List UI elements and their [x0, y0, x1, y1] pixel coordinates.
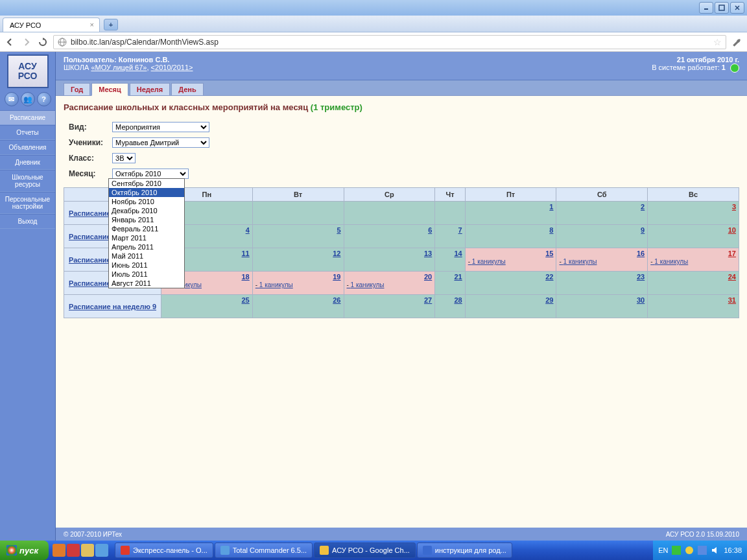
calendar-cell[interactable]: 13	[344, 248, 435, 272]
month-option[interactable]: Октябрь 2010	[109, 188, 184, 197]
month-option[interactable]: Февраль 2011	[109, 224, 184, 233]
calendar-cell[interactable]: 24	[648, 272, 739, 295]
event-link[interactable]: 1 каникулы	[347, 281, 385, 288]
month-option[interactable]: Июль 2011	[109, 270, 184, 279]
week-link[interactable]: Расписание на неделю 9	[69, 303, 156, 310]
event-link[interactable]: 1 каникулы	[559, 258, 597, 265]
month-option[interactable]: Март 2011	[109, 233, 184, 242]
calendar-cell[interactable]: 28	[435, 295, 465, 318]
month-option[interactable]: Май 2011	[109, 251, 184, 261]
class-select[interactable]: 3В	[112, 153, 136, 163]
month-option[interactable]: Август 2011	[109, 279, 184, 288]
month-option[interactable]: Июнь 2011	[109, 261, 184, 270]
view-select[interactable]: Мероприятия	[112, 122, 209, 132]
calendar-cell[interactable]: 12	[252, 248, 344, 272]
tray-clock[interactable]: 16:38	[724, 546, 742, 554]
refresh-icon[interactable]	[730, 64, 739, 73]
day-number[interactable]: 7	[458, 226, 462, 234]
new-tab-button[interactable]: +	[104, 19, 118, 30]
tray-icon-1[interactable]	[672, 546, 681, 555]
day-number[interactable]: 28	[454, 296, 462, 304]
calendar-cell[interactable]: 171 каникулы	[648, 248, 739, 272]
lang-indicator[interactable]: EN	[658, 546, 668, 554]
day-number[interactable]: 30	[637, 296, 645, 304]
day-number[interactable]: 5	[337, 226, 340, 234]
day-number[interactable]: 27	[424, 296, 432, 304]
calendar-cell[interactable]: 3	[648, 202, 739, 225]
calendar-cell[interactable]: 27	[344, 295, 435, 318]
minimize-button[interactable]	[699, 2, 713, 14]
calendar-cell[interactable]: 25	[161, 295, 253, 318]
taskbar-task[interactable]: Total Commander 6.5...	[215, 542, 313, 558]
day-number[interactable]: 12	[333, 250, 340, 257]
calendar-cell[interactable]: 14	[435, 248, 465, 272]
calendar-cell[interactable]: 22	[465, 272, 556, 295]
day-number[interactable]: 23	[637, 273, 645, 281]
day-number[interactable]: 20	[424, 273, 432, 281]
mail-icon[interactable]: ✉	[5, 92, 19, 106]
calendar-cell[interactable]: 5	[252, 225, 344, 248]
calendar-cell[interactable]: 31	[648, 295, 739, 318]
nav-Расписание[interactable]: Расписание	[0, 110, 55, 125]
tab-Месяц[interactable]: Месяц	[91, 83, 128, 96]
school-link[interactable]: «МОУ лицей 67»	[91, 64, 147, 71]
event-link[interactable]: 1 каникулы	[650, 258, 688, 265]
day-number[interactable]: 31	[728, 296, 736, 304]
event-link[interactable]: 1 каникулы	[468, 258, 506, 265]
day-number[interactable]: 19	[333, 273, 340, 281]
forward-button[interactable]	[21, 36, 32, 48]
nav-Отчеты[interactable]: Отчеты	[0, 125, 55, 140]
browser-tab[interactable]: АСУ РСО ×	[3, 18, 100, 32]
ql-icon-2[interactable]	[67, 544, 80, 557]
tab-close-icon[interactable]: ×	[90, 21, 94, 29]
day-number[interactable]: 15	[545, 250, 553, 257]
close-button[interactable]	[730, 2, 744, 14]
day-number[interactable]: 8	[549, 226, 553, 234]
day-number[interactable]: 22	[545, 273, 553, 281]
users-icon[interactable]: 👥	[21, 92, 35, 106]
year-link[interactable]: <2010/2011>	[151, 64, 193, 71]
day-number[interactable]: 16	[637, 250, 645, 257]
address-bar[interactable]: ☆	[53, 35, 726, 49]
day-number[interactable]: 4	[246, 226, 250, 234]
month-option[interactable]: Январь 2011	[109, 215, 184, 224]
nav-Школьные ресурсы[interactable]: Школьные ресурсы	[0, 170, 55, 192]
month-option[interactable]: Апрель 2011	[109, 242, 184, 251]
day-number[interactable]: 6	[428, 226, 432, 234]
taskbar-task[interactable]: инструкция для род...	[417, 542, 512, 558]
calendar-cell[interactable]: 29	[465, 295, 556, 318]
calendar-cell[interactable]	[435, 202, 465, 225]
start-button[interactable]: пуск	[0, 541, 49, 560]
month-option[interactable]: Декабрь 2010	[109, 206, 184, 215]
day-number[interactable]: 13	[424, 250, 432, 257]
reload-button[interactable]	[38, 37, 48, 47]
day-number[interactable]: 18	[242, 273, 250, 281]
calendar-cell[interactable]: 23	[556, 272, 648, 295]
day-number[interactable]: 14	[454, 250, 462, 257]
day-number[interactable]: 9	[641, 226, 645, 234]
tab-Неделя[interactable]: Неделя	[130, 83, 171, 96]
bookmark-star-icon[interactable]: ☆	[713, 37, 722, 47]
maximize-button[interactable]	[715, 2, 729, 14]
calendar-cell[interactable]: 7	[435, 225, 465, 248]
taskbar-task[interactable]: Экспресс-панель - O...	[115, 542, 213, 558]
calendar-cell[interactable]: 30	[556, 295, 648, 318]
taskbar-task[interactable]: АСУ РСО - Google Ch...	[314, 542, 416, 558]
tray-volume-icon[interactable]	[711, 546, 720, 555]
back-button[interactable]	[4, 36, 16, 48]
calendar-cell[interactable]: 1	[465, 202, 556, 225]
help-icon[interactable]: ?	[37, 92, 51, 106]
tab-День[interactable]: День	[171, 83, 204, 96]
ql-icon-3[interactable]	[81, 544, 94, 557]
url-input[interactable]	[71, 38, 709, 47]
calendar-cell[interactable]	[252, 202, 344, 225]
calendar-cell[interactable]: 151 каникулы	[465, 248, 556, 272]
nav-Дневник[interactable]: Дневник	[0, 155, 55, 170]
calendar-cell[interactable]: 8	[465, 225, 556, 248]
calendar-cell[interactable]: 10	[648, 225, 739, 248]
day-number[interactable]: 3	[732, 203, 736, 211]
calendar-cell[interactable]: 191 каникулы	[252, 272, 344, 295]
day-number[interactable]: 17	[728, 250, 736, 257]
month-select[interactable]: Октябрь 2010	[112, 169, 189, 179]
calendar-cell[interactable]: 161 каникулы	[556, 248, 648, 272]
